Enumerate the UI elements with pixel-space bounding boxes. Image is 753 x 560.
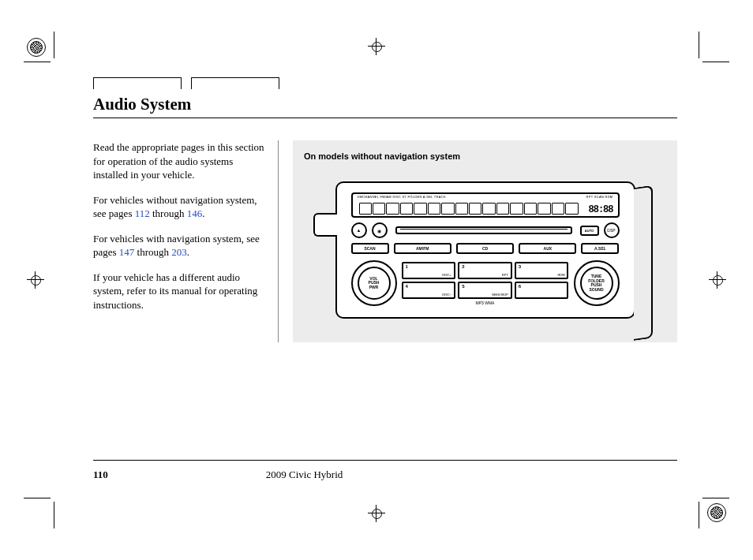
tune-knob: TUNE FOLDER PUSH SOUND [574, 260, 620, 306]
page-link[interactable]: 147 [119, 246, 135, 258]
radio-display: XMCHANNEL FM/AM DISC ST FOLDER A.SEL TRA… [351, 192, 620, 218]
crosshair-icon [368, 38, 385, 55]
text-column: Read the appropriate pages in this secti… [93, 140, 267, 342]
radio-illustration: XMCHANNEL FM/AM DISC ST FOLDER A.SEL TRA… [302, 181, 668, 319]
radio-bezel: XMCHANNEL FM/AM DISC ST FOLDER A.SEL TRA… [335, 181, 635, 319]
manual-page: Audio System Read the appropriate pages … [0, 0, 753, 560]
column-divider [278, 140, 279, 342]
scan-button: SCAN [351, 243, 389, 254]
header-tab [93, 77, 182, 89]
aux-button: AUX [519, 243, 576, 254]
cd-icon: ◉ [372, 222, 388, 238]
crosshair-icon [709, 271, 726, 289]
header-tabs [93, 77, 677, 90]
intro-paragraph: Read the appropriate pages in this secti… [93, 140, 267, 182]
crop-mark [702, 62, 729, 62]
other-system-paragraph: If your vehicle has a different audio sy… [93, 271, 267, 312]
cd-button: CD [456, 243, 514, 254]
content-area: Audio System Read the appropriate pages … [93, 77, 677, 342]
title-rule [93, 118, 677, 118]
figure-panel: On models without navigation system XMCH… [293, 140, 677, 342]
preset-button-1: 1DISC+ [402, 262, 456, 279]
volume-knob: VOL PUSH PWR [351, 260, 397, 306]
cd-slot [395, 226, 572, 234]
auto-button: AUTO [580, 226, 599, 236]
mp3-wma-label: MP3 WMA [402, 301, 569, 305]
display-indicators: XMCHANNEL FM/AM DISC ST FOLDER A.SEL TRA… [358, 195, 613, 199]
mode-button-row: SCAN AM/FM CD AUX A.SEL [351, 243, 620, 254]
page-number: 110 [93, 469, 108, 481]
page-link[interactable]: 146 [187, 207, 203, 219]
crop-mark [54, 32, 54, 58]
crop-mark [699, 502, 699, 528]
preset-button-3: 3RDM [515, 262, 569, 279]
figure-caption: On models without navigation system [304, 151, 668, 161]
preset-button-2: 2RPT [458, 262, 512, 279]
model-year-label: 2009 Civic Hybrid [266, 469, 343, 481]
body-columns: Read the appropriate pages in this secti… [93, 140, 677, 342]
preset-button-6: 6 [515, 282, 569, 299]
display-clock: 88:88 [588, 204, 613, 215]
preset-row: VOL PUSH PWR 1DISC+ 2RPT 3RDM 4DISC− 5SE… [351, 260, 620, 306]
eject-icon: ▲ [357, 228, 362, 233]
preset-button-4: 4DISC− [402, 282, 456, 299]
registration-mark-icon [707, 503, 726, 522]
page-link[interactable]: 203 [171, 246, 187, 258]
preset-grid: 1DISC+ 2RPT 3RDM 4DISC− 5SEEK/SKIP 6 [402, 262, 569, 299]
asel-button: A.SEL [581, 243, 619, 254]
crop-mark [24, 498, 51, 498]
display-segments [359, 203, 579, 215]
amfm-button: AM/FM [394, 243, 451, 254]
preset-button-5: 5SEEK/SKIP [458, 282, 512, 299]
crop-mark [54, 502, 54, 528]
page-footer: 110 2009 Civic Hybrid [93, 460, 677, 481]
page-link[interactable]: 112 [135, 207, 150, 219]
dsp-button: DSP [604, 222, 620, 238]
crosshair-icon [27, 271, 44, 289]
no-nav-paragraph: For vehicles without navigation system, … [93, 193, 267, 221]
eject-button: ▲ [351, 222, 367, 238]
registration-mark-icon [27, 38, 46, 57]
page-title: Audio System [93, 95, 677, 114]
crop-mark [702, 498, 729, 498]
header-tab [191, 77, 279, 89]
crop-mark [699, 32, 699, 58]
cd-slot-row: ▲ ◉ AUTO DSP [351, 222, 620, 238]
with-nav-paragraph: For vehicles with navigation system, see… [93, 232, 267, 259]
crosshair-icon [368, 505, 385, 522]
crop-mark [24, 62, 51, 62]
